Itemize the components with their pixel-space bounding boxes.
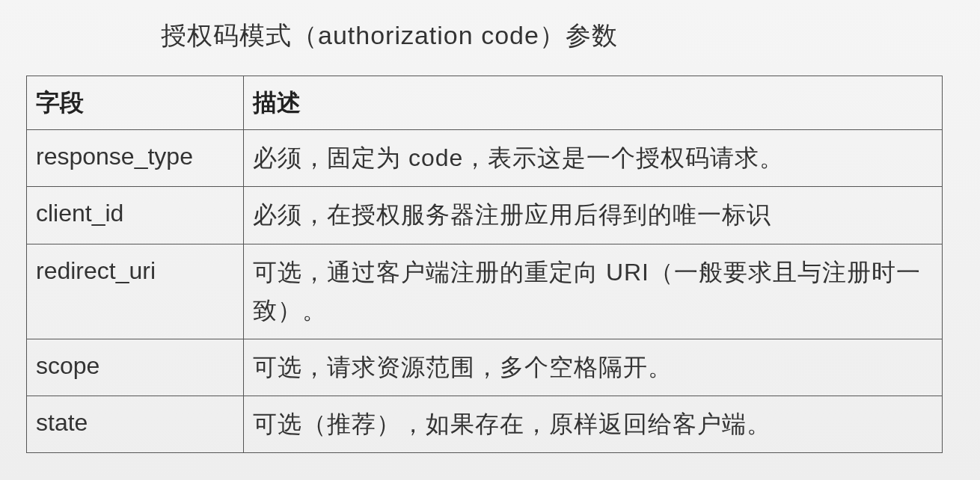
field-name-cell: client_id <box>27 187 244 244</box>
table-header-row: 字段 描述 <box>27 76 943 130</box>
description-cell: 必须，在授权服务器注册应用后得到的唯一标识 <box>244 187 943 244</box>
table-row: scope 可选，请求资源范围，多个空格隔开。 <box>27 339 943 396</box>
table-row: client_id 必须，在授权服务器注册应用后得到的唯一标识 <box>27 187 943 244</box>
table-row: state 可选（推荐），如果存在，原样返回给客户端。 <box>27 396 943 453</box>
field-name-cell: response_type <box>27 130 244 187</box>
description-cell: 可选，通过客户端注册的重定向 URI（一般要求且与注册时一致）。 <box>244 244 943 339</box>
description-cell: 可选，请求资源范围，多个空格隔开。 <box>244 339 943 396</box>
field-name-cell: redirect_uri <box>27 244 244 339</box>
parameters-table: 字段 描述 response_type 必须，固定为 code，表示这是一个授权… <box>26 76 943 453</box>
description-cell: 可选（推荐），如果存在，原样返回给客户端。 <box>244 396 943 453</box>
description-cell: 必须，固定为 code，表示这是一个授权码请求。 <box>244 130 943 187</box>
table-row: redirect_uri 可选，通过客户端注册的重定向 URI（一般要求且与注册… <box>27 244 943 339</box>
header-description: 描述 <box>244 76 943 130</box>
field-name-cell: state <box>27 396 244 453</box>
field-name-cell: scope <box>27 339 244 396</box>
header-field: 字段 <box>27 76 244 130</box>
table-row: response_type 必须，固定为 code，表示这是一个授权码请求。 <box>27 130 943 187</box>
page-title: 授权码模式（authorization code）参数 <box>161 19 954 53</box>
